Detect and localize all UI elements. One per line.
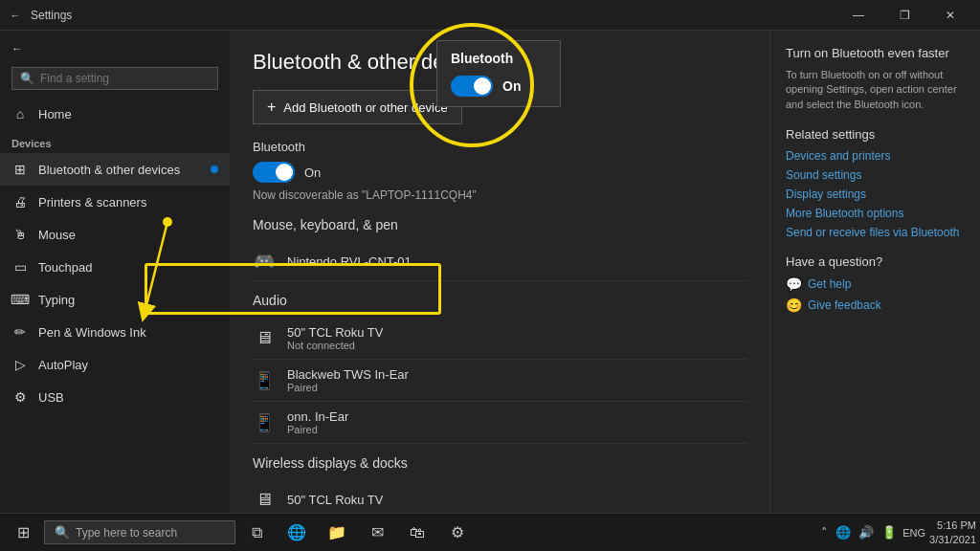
pen-icon: ✏ bbox=[11, 323, 29, 341]
usb-icon: ⚙ bbox=[11, 388, 29, 406]
restore-button[interactable]: ❐ bbox=[882, 0, 926, 31]
discoverable-text: Now discoverable as "LAPTOP-1111CQH4" bbox=[253, 188, 746, 202]
titlebar-back[interactable]: ← bbox=[8, 8, 23, 23]
taskbar-search[interactable]: 🔍 Type here to search bbox=[44, 520, 235, 544]
sidebar-search-container[interactable]: 🔍 bbox=[11, 67, 218, 90]
bluetooth-active-dot bbox=[211, 165, 218, 173]
tooltip-toggle[interactable] bbox=[451, 76, 493, 97]
edge-button[interactable]: 🌐 bbox=[278, 514, 316, 552]
close-button[interactable]: ✕ bbox=[928, 0, 972, 31]
chevron-icon[interactable]: ˄ bbox=[819, 523, 830, 541]
touchpad-icon: ▭ bbox=[11, 258, 29, 276]
tooltip-on-label: On bbox=[502, 78, 521, 94]
sidebar-back-button[interactable]: ← bbox=[0, 34, 230, 63]
add-device-button[interactable]: + Add Bluetooth or other device bbox=[253, 90, 462, 124]
back-icon: ← bbox=[11, 42, 23, 55]
start-button[interactable]: ⊞ bbox=[4, 514, 42, 552]
settings-button[interactable]: ⚙ bbox=[438, 514, 477, 552]
titlebar: ← Settings — ❐ ✕ bbox=[0, 0, 980, 31]
volume-icon[interactable]: 🔊 bbox=[857, 523, 876, 541]
get-help-link[interactable]: 💬 Get help bbox=[786, 276, 965, 292]
system-icons: ˄ 🌐 🔊 🔋 bbox=[819, 523, 899, 541]
time: 5:16 PM bbox=[937, 518, 976, 532]
related-link-0[interactable]: Devices and printers bbox=[786, 149, 965, 163]
sidebar-item-printers-label: Printers & scanners bbox=[38, 195, 146, 209]
sidebar-item-bluetooth[interactable]: ⊞ Bluetooth & other devices bbox=[0, 153, 230, 186]
typing-icon: ⌨ bbox=[11, 291, 29, 308]
faster-title: Turn on Bluetooth even faster bbox=[786, 46, 965, 60]
audio-device-0[interactable]: 🖥 50" TCL Roku TV Not connected bbox=[253, 318, 746, 360]
sidebar-item-mouse[interactable]: 🖱 Mouse bbox=[0, 218, 230, 251]
store-button[interactable]: 🛍 bbox=[398, 514, 436, 552]
audio-device-0-status: Not connected bbox=[287, 340, 383, 351]
faster-description: To turn Bluetooth on or off without open… bbox=[786, 68, 965, 112]
sidebar-item-typing-label: Typing bbox=[38, 293, 75, 307]
tooltip-knob bbox=[474, 77, 491, 95]
titlebar-controls: — ❐ ✕ bbox=[836, 0, 972, 31]
get-help-icon: 💬 bbox=[786, 276, 802, 292]
related-link-1[interactable]: Sound settings bbox=[786, 168, 965, 182]
related-link-3[interactable]: More Bluetooth options bbox=[786, 207, 965, 220]
sidebar-item-pen-label: Pen & Windows Ink bbox=[38, 325, 146, 340]
taskbar-left: ⊞ 🔍 Type here to search ⧉ 🌐 📁 ✉ 🛍 ⚙ bbox=[4, 514, 477, 552]
sidebar-item-touchpad[interactable]: ▭ Touchpad bbox=[0, 251, 230, 283]
sidebar-item-pen[interactable]: ✏ Pen & Windows Ink bbox=[0, 316, 230, 348]
taskbar-search-icon: 🔍 bbox=[55, 525, 70, 540]
get-help-label: Get help bbox=[808, 277, 851, 291]
audio-device-2-name: onn. In-Ear bbox=[287, 409, 348, 424]
audio-device-1-status: Paired bbox=[287, 382, 409, 393]
audio-device-2[interactable]: 📱 onn. In-Ear Paired bbox=[253, 402, 746, 444]
minimize-button[interactable]: — bbox=[836, 0, 880, 31]
give-feedback-link[interactable]: 😊 Give feedback bbox=[786, 298, 965, 313]
task-view-button[interactable]: ⧉ bbox=[237, 514, 276, 552]
printers-icon: 🖨 bbox=[11, 193, 29, 210]
date: 3/31/2021 bbox=[929, 533, 976, 546]
search-input[interactable] bbox=[40, 72, 210, 85]
add-device-label: Add Bluetooth or other device bbox=[283, 100, 447, 115]
mouse-section-header: Mouse, keyboard, & pen bbox=[253, 217, 746, 232]
devices-section-label: Devices bbox=[0, 130, 230, 153]
taskbar: ⊞ 🔍 Type here to search ⧉ 🌐 📁 ✉ 🛍 ⚙ ˄ 🌐 … bbox=[0, 513, 980, 551]
tooltip-title: Bluetooth bbox=[451, 51, 546, 66]
bluetooth-toggle[interactable] bbox=[253, 162, 295, 183]
bluetooth-section-label: Bluetooth bbox=[253, 140, 746, 154]
sidebar-item-usb[interactable]: ⚙ USB bbox=[0, 381, 230, 413]
sidebar-item-touchpad-label: Touchpad bbox=[38, 260, 92, 275]
language-indicator: ENG bbox=[902, 527, 925, 539]
bluetooth-icon: ⊞ bbox=[11, 161, 29, 178]
sidebar-item-usb-label: USB bbox=[38, 390, 64, 405]
sidebar-item-bluetooth-label: Bluetooth & other devices bbox=[38, 163, 180, 177]
bluetooth-toggle-label: On bbox=[304, 165, 321, 180]
sidebar-item-home[interactable]: ⌂ Home bbox=[0, 98, 230, 130]
sidebar-item-autoplay[interactable]: ▷ AutoPlay bbox=[0, 348, 230, 381]
sidebar-item-home-label: Home bbox=[38, 107, 72, 121]
mouse-device-item[interactable]: 🎮 Nintendo RVL-CNT-01 bbox=[253, 242, 746, 281]
audio-device-1[interactable]: 📱 Blackweb TWS In-Ear Paired bbox=[253, 360, 746, 402]
audio-device-0-name: 50" TCL Roku TV bbox=[287, 325, 383, 340]
tv-icon: 🖥 bbox=[253, 327, 276, 350]
mail-button[interactable]: ✉ bbox=[358, 514, 396, 552]
taskbar-right: ˄ 🌐 🔊 🔋 ENG 5:16 PM 3/31/2021 bbox=[819, 518, 976, 546]
mouse-device-icon: 🎮 bbox=[253, 250, 276, 273]
titlebar-left: ← Settings bbox=[8, 8, 72, 23]
related-link-4[interactable]: Send or receive files via Bluetooth bbox=[786, 226, 965, 239]
sidebar-item-typing[interactable]: ⌨ Typing bbox=[0, 283, 230, 316]
explorer-button[interactable]: 📁 bbox=[318, 514, 356, 552]
bluetooth-tooltip-box: Bluetooth On bbox=[436, 40, 561, 107]
related-link-2[interactable]: Display settings bbox=[786, 187, 965, 201]
network-icon[interactable]: 🌐 bbox=[834, 523, 853, 541]
bluetooth-toggle-row: On bbox=[253, 162, 746, 183]
wireless-device-icon: 🖥 bbox=[253, 488, 276, 511]
question-title: Have a question? bbox=[786, 254, 965, 269]
mouse-device-name: Nintendo RVL-CNT-01 bbox=[287, 254, 412, 269]
audio-device-2-status: Paired bbox=[287, 424, 348, 435]
wireless-device-item[interactable]: 🖥 50" TCL Roku TV bbox=[253, 480, 746, 513]
wireless-device-name: 50" TCL Roku TV bbox=[287, 493, 383, 507]
time-date[interactable]: 5:16 PM 3/31/2021 bbox=[929, 518, 976, 546]
battery-icon[interactable]: 🔋 bbox=[880, 523, 899, 541]
right-panel: Turn on Bluetooth even faster To turn Bl… bbox=[769, 31, 980, 513]
earbuds-2-icon: 📱 bbox=[253, 411, 276, 434]
sidebar-item-printers[interactable]: 🖨 Printers & scanners bbox=[0, 186, 230, 218]
tooltip-toggle-row: On bbox=[451, 76, 546, 97]
audio-device-2-info: onn. In-Ear Paired bbox=[287, 409, 348, 435]
